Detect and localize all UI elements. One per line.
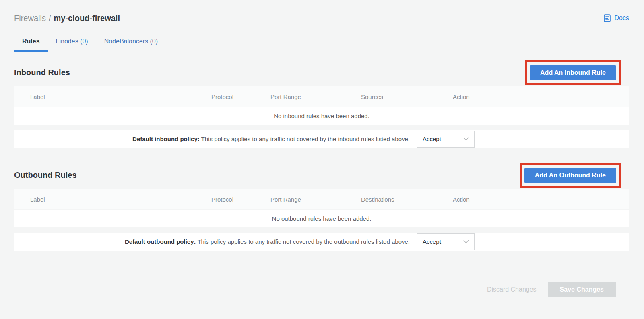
outbound-policy-select[interactable]: Accept — [417, 233, 475, 250]
outbound-policy-help-text: This policy applies to any traffic not c… — [197, 238, 410, 245]
inbound-policy-label: Default inbound policy: — [132, 136, 200, 142]
inbound-policy-row: Default inbound policy: This policy appl… — [14, 130, 629, 148]
annotation-highlight-inbound: Add An Inbound Rule — [525, 60, 621, 85]
inbound-policy-help-text: This policy applies to any traffic not c… — [201, 136, 410, 142]
outbound-rules-table: Label Protocol Port Range Destinations A… — [14, 189, 629, 251]
inbound-policy-description: Default inbound policy: This policy appl… — [132, 136, 410, 142]
inbound-rules-section: Inbound Rules Add An Inbound Rule Label … — [14, 60, 629, 148]
outbound-policy-row: Default outbound policy: This policy app… — [14, 233, 629, 251]
inbound-column-sources: Sources — [361, 93, 453, 100]
chevron-down-icon — [463, 240, 469, 243]
inbound-policy-select[interactable]: Accept — [417, 131, 475, 148]
outbound-rules-title: Outbound Rules — [14, 171, 77, 180]
inbound-column-label: Label — [14, 93, 211, 100]
inbound-rules-title: Inbound Rules — [14, 68, 70, 77]
inbound-section-header: Inbound Rules Add An Inbound Rule — [14, 60, 629, 85]
inbound-policy-selected-value: Accept — [423, 136, 441, 142]
inbound-column-port-range: Port Range — [270, 93, 361, 100]
add-outbound-rule-button[interactable]: Add An Outbound Rule — [524, 168, 616, 183]
outbound-column-protocol: Protocol — [211, 196, 270, 203]
tab-nodebalancers[interactable]: NodeBalancers (0) — [96, 34, 166, 51]
inbound-empty-state: No inbound rules have been added. — [14, 107, 629, 125]
inbound-table-header: Label Protocol Port Range Sources Action — [14, 86, 629, 107]
docs-icon — [603, 14, 611, 23]
row-divider — [14, 125, 629, 130]
outbound-policy-selected-value: Accept — [423, 238, 441, 245]
outbound-column-destinations: Destinations — [361, 196, 453, 203]
tab-rules[interactable]: Rules — [14, 34, 48, 51]
outbound-policy-label: Default outbound policy: — [125, 238, 196, 245]
outbound-column-action: Action — [453, 196, 629, 203]
breadcrumb-separator: / — [49, 14, 51, 23]
outbound-table-header: Label Protocol Port Range Destinations A… — [14, 189, 629, 209]
save-changes-button[interactable]: Save Changes — [548, 282, 616, 297]
add-inbound-rule-button[interactable]: Add An Inbound Rule — [530, 65, 616, 80]
breadcrumb-current-firewall: my-cloud-firewall — [54, 14, 120, 23]
tab-bar: Rules Linodes (0) NodeBalancers (0) — [14, 34, 629, 51]
tab-linodes[interactable]: Linodes (0) — [48, 34, 96, 51]
discard-changes-button[interactable]: Discard Changes — [487, 286, 537, 293]
docs-link[interactable]: Docs — [603, 14, 629, 23]
outbound-empty-state: No outbound rules have been added. — [14, 210, 629, 227]
docs-label: Docs — [615, 14, 629, 22]
breadcrumb-firewalls-link[interactable]: Firewalls — [14, 14, 46, 23]
inbound-column-protocol: Protocol — [211, 93, 270, 100]
annotation-highlight-outbound: Add An Outbound Rule — [520, 163, 621, 188]
breadcrumb: Firewalls/my-cloud-firewall — [14, 14, 120, 23]
outbound-section-header: Outbound Rules Add An Outbound Rule — [14, 163, 629, 188]
form-actions: Discard Changes Save Changes — [14, 282, 629, 297]
row-divider — [14, 227, 629, 233]
inbound-column-action: Action — [453, 93, 629, 100]
outbound-policy-description: Default outbound policy: This policy app… — [125, 238, 410, 245]
chevron-down-icon — [463, 137, 469, 141]
outbound-column-label: Label — [14, 196, 211, 203]
top-bar: Firewalls/my-cloud-firewall Docs — [14, 12, 629, 24]
outbound-rules-section: Outbound Rules Add An Outbound Rule Labe… — [14, 163, 629, 251]
inbound-rules-table: Label Protocol Port Range Sources Action… — [14, 86, 629, 148]
outbound-column-port-range: Port Range — [270, 196, 361, 203]
firewall-detail-page: Firewalls/my-cloud-firewall Docs Rules L… — [0, 12, 644, 297]
